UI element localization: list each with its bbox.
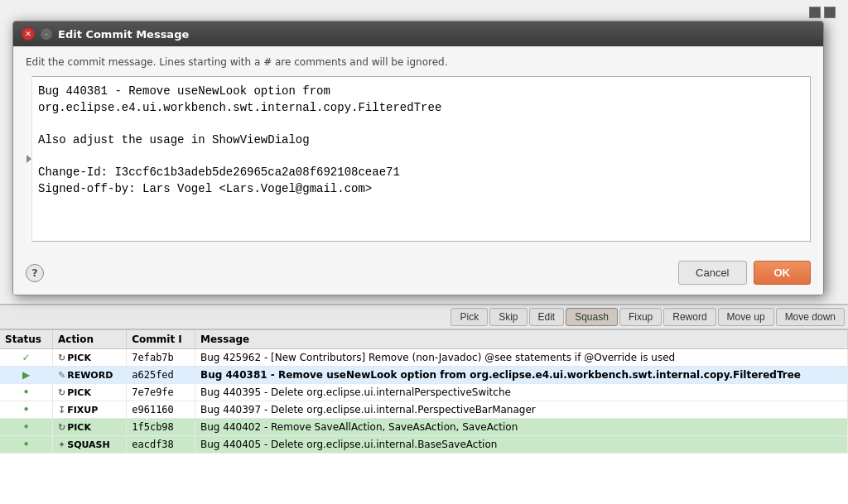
row-message: Bug 425962 - [New Contributors] Remove (… (195, 349, 848, 367)
window-maximize-btn[interactable] (824, 7, 836, 18)
table-row[interactable]: •✦SQUASHeacdf38Bug 440405 - Delete org.e… (0, 436, 848, 454)
dialog-subtitle: Edit the commit message. Lines starting … (26, 56, 811, 68)
cancel-button[interactable]: Cancel (678, 261, 746, 285)
row-action: ✎REWORD (52, 367, 126, 384)
row-commit-id: 1f5cb98 (127, 419, 195, 436)
dialog-titlebar: ✕ – Edit Commit Message (13, 22, 823, 46)
table-row[interactable]: •↻PICK1f5cb98Bug 440402 - Remove SaveAll… (0, 419, 848, 436)
row-status: • (0, 436, 52, 454)
row-status: • (0, 419, 52, 436)
dialog-body: Edit the commit message. Lines starting … (13, 46, 823, 254)
edit-commit-dialog: ✕ – Edit Commit Message Edit the commit … (12, 21, 824, 295)
row-message: Bug 440397 - Delete org.eclipse.ui.inter… (195, 401, 848, 419)
col-header-commit: Commit I (127, 330, 195, 349)
row-action: ✦SQUASH (52, 436, 126, 454)
table-row[interactable]: ▶✎REWORDa625fedBug 440381 - Remove useNe… (0, 367, 848, 384)
row-status: • (0, 384, 52, 401)
reword-button[interactable]: Reword (663, 308, 716, 326)
row-message: Bug 440402 - Remove SaveAllAction, SaveA… (195, 419, 848, 436)
col-header-action: Action (52, 330, 126, 349)
row-message: Bug 440405 - Delete org.eclipse.ui.inter… (195, 436, 848, 454)
row-action: ↻PICK (52, 384, 126, 401)
help-button[interactable]: ? (26, 264, 44, 282)
edit-button[interactable]: Edit (529, 308, 565, 326)
row-commit-id: e961160 (127, 401, 195, 419)
row-commit-id: eacdf38 (127, 436, 195, 454)
window-minimize-btn[interactable] (809, 7, 821, 18)
move-up-button[interactable]: Move up (718, 308, 774, 326)
row-status: ▶ (0, 367, 52, 384)
row-commit-id: 7efab7b (127, 349, 195, 367)
move-down-button[interactable]: Move down (776, 308, 845, 326)
fixup-button[interactable]: Fixup (619, 308, 662, 326)
row-action: ↻PICK (52, 349, 126, 367)
commit-table-area: Status Action Commit I Message ✓↻PICK7ef… (0, 330, 848, 504)
table-row[interactable]: •↧FIXUPe961160Bug 440397 - Delete org.ec… (0, 401, 848, 419)
ok-button[interactable]: OK (754, 261, 812, 285)
row-commit-id: a625fed (127, 367, 195, 384)
pick-button[interactable]: Pick (450, 308, 488, 326)
window-controls (809, 7, 836, 18)
row-status: • (0, 401, 52, 419)
dialog-minimize-button[interactable]: – (40, 27, 53, 41)
row-commit-id: 7e7e9fe (127, 384, 195, 401)
footer-buttons: Cancel OK (678, 261, 811, 285)
row-message: Bug 440395 - Delete org.eclipse.ui.inter… (195, 384, 848, 401)
dialog-footer: ? Cancel OK (13, 254, 823, 295)
table-row[interactable]: •↻PICK7e7e9feBug 440395 - Delete org.ecl… (0, 384, 848, 401)
row-action: ↻PICK (52, 419, 126, 436)
action-toolbar: Pick Skip Edit Squash Fixup Reword Move … (0, 305, 848, 329)
row-action: ↧FIXUP (52, 401, 126, 419)
row-status: ✓ (0, 349, 52, 367)
col-header-status: Status (0, 330, 52, 349)
squash-button[interactable]: Squash (566, 308, 618, 326)
col-header-message: Message (195, 330, 848, 349)
dialog-title: Edit Commit Message (58, 28, 189, 41)
skip-button[interactable]: Skip (489, 308, 527, 326)
dialog-close-button[interactable]: ✕ (22, 27, 35, 41)
table-row[interactable]: ✓↻PICK7efab7bBug 425962 - [New Contribut… (0, 349, 848, 367)
row-message: Bug 440381 - Remove useNewLook option fr… (195, 367, 848, 384)
commit-message-textarea[interactable] (26, 76, 811, 242)
commit-table: Status Action Commit I Message ✓↻PICK7ef… (0, 330, 848, 454)
cursor-indicator (26, 155, 31, 163)
left-margin (26, 76, 32, 242)
commit-message-wrapper (26, 76, 811, 244)
